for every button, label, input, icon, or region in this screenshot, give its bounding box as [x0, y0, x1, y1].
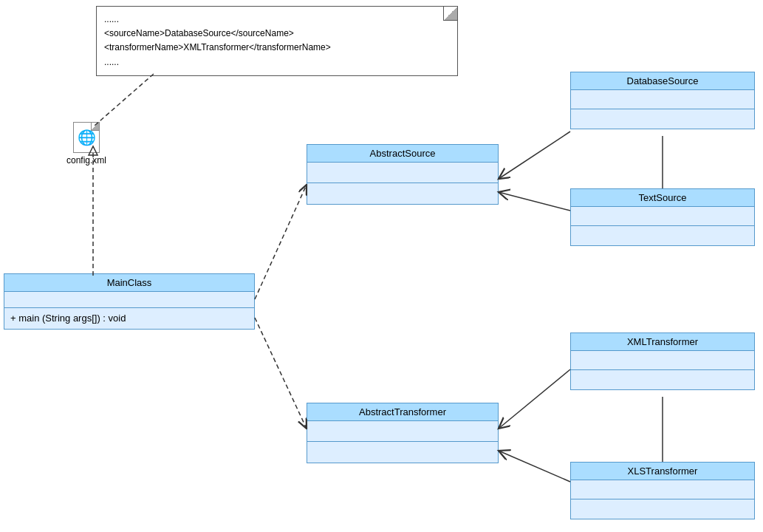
note-to-config-arrow: [95, 74, 154, 126]
database-source-section1: [571, 90, 754, 109]
xlstransformer-to-abstracttransformer-arrow: [499, 451, 570, 482]
abstract-source-section1: [307, 163, 498, 183]
uml-diagram: ...... <sourceName>DatabaseSource</sourc…: [0, 0, 763, 532]
text-source-section1: [571, 207, 754, 226]
text-source-section2: [571, 226, 754, 245]
abstract-transformer-header: AbstractTransformer: [307, 403, 498, 421]
file-icon: 🌐: [73, 122, 100, 153]
config-file-label: config.xml: [66, 155, 106, 166]
database-source-header: DatabaseSource: [571, 72, 754, 90]
xls-transformer-section1: [571, 480, 754, 499]
xml-transformer-section2: [571, 370, 754, 389]
note-line2: <sourceName>DatabaseSource</sourceName>: [104, 27, 450, 41]
databasesource-to-abstractsource-arrow: [499, 132, 570, 179]
note-line3: <transformerName>XMLTransformer</transfo…: [104, 41, 450, 55]
text-source-class: TextSource: [570, 188, 755, 246]
xls-transformer-section2: [571, 499, 754, 519]
main-to-abstractsource-arrow: [255, 185, 307, 299]
main-to-abstracttransformer-arrow: [255, 318, 307, 429]
xml-transformer-header: XMLTransformer: [571, 333, 754, 351]
main-class-section1: [4, 292, 254, 308]
abstract-source-section2: [307, 183, 498, 204]
main-class-header: MainClass: [4, 274, 254, 292]
database-source-class: DatabaseSource: [570, 72, 755, 129]
abstract-transformer-section1: [307, 421, 498, 442]
abstract-transformer-section2: [307, 442, 498, 463]
abstract-source-class: AbstractSource: [307, 144, 499, 205]
note-line4: ......: [104, 55, 450, 69]
config-file-icon: 🌐 config.xml: [66, 122, 106, 166]
note-box: ...... <sourceName>DatabaseSource</sourc…: [96, 6, 458, 76]
xml-transformer-class: XMLTransformer: [570, 332, 755, 390]
database-source-section2: [571, 109, 754, 129]
main-class-section2: + main (String args[]) : void: [4, 308, 254, 329]
xls-transformer-header: XLSTransformer: [571, 463, 754, 480]
text-source-header: TextSource: [571, 189, 754, 207]
abstract-source-header: AbstractSource: [307, 145, 498, 163]
abstract-transformer-class: AbstractTransformer: [307, 403, 499, 463]
xmltransformer-to-abstracttransformer-arrow: [499, 369, 570, 429]
main-class: MainClass + main (String args[]) : void: [4, 273, 255, 330]
textsource-to-abstractsource-arrow: [499, 192, 570, 211]
xls-transformer-class: XLSTransformer: [570, 462, 755, 519]
xml-transformer-section1: [571, 351, 754, 370]
note-line1: ......: [104, 13, 450, 27]
